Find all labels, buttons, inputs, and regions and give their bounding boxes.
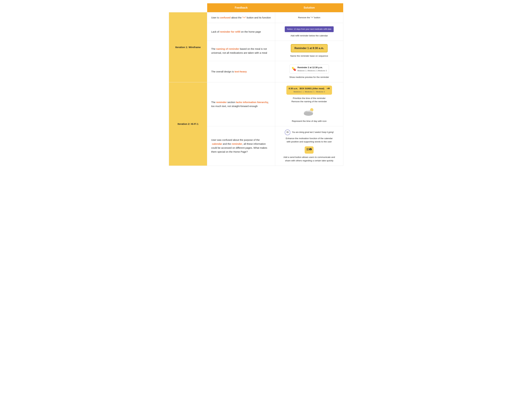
iteration2-label: Iteration 2: Hi-Fi 1 [169,82,207,166]
reminder-card-meds: Medicine 1 | Medicine 2 | Medicine 3 [297,69,327,72]
header-empty [169,3,207,12]
send-icon [305,146,314,154]
streak-badge: 15 [285,130,290,135]
reminder-yellow-box: Reminder 1 at 8:30 a.m. [291,44,328,52]
cloud-icon-section: Represent the time of day with icon [279,106,339,123]
sol-caption-naming: Name the reminder base on sequence [279,54,339,58]
sol-caption-motivation: Enhance the motivation function of the c… [279,137,339,143]
reminder-card: 💊 Reminder 2 at 12:30 p.m. Medicine 1 | … [290,64,329,74]
solution-textheavy: 💊 Reminder 2 at 12:30 p.m. Medicine 1 | … [275,61,343,82]
highlight-textheavy: text-heavy [234,70,247,73]
hifi-meds: Medicine 1 | Medicine 2 | Medicine 3 [289,90,330,93]
highlight-calendar: calendar [212,142,222,145]
motivation-card-section: 15 You are doing great last 2 weeks! Kee… [279,130,339,143]
cloud-icon-wrap [279,106,339,118]
reminder-card-text: Reminder 2 at 12:30 p.m. Medicine 1 | Me… [297,66,327,72]
sol-caption-cloud: Represent the time of day with icon [279,120,339,123]
solution-calendar: 15 You are doing great last 2 weeks! Kee… [275,126,343,166]
hifi-card-content: 8:30 a.m. BOX SUN01 (After meal) ≡✉ Medi… [289,87,330,93]
feedback-calendar: User was confused about the purpose of t… [207,126,275,166]
feedback-header: Feedback [207,3,275,12]
solution-header: Solution [275,3,343,12]
feedback-hierarchy: The reminder section lacks information h… [207,82,275,126]
text-newline: and the [222,142,232,145]
svg-rect-4 [307,148,309,149]
sol-caption-textheavy: Show medicine preview for the reminder [279,75,339,79]
feedback-textheavy: The overall design is text-heavy [207,61,275,82]
iter1-row1: Iteration 1: Wireframe User is confused … [169,12,343,23]
solution-naming: Reminder 1 at 8:30 a.m. Name the reminde… [275,41,343,61]
feedback-refill: Lack of reminder for refill on the home … [207,23,275,41]
text-suffix: on the home page [240,30,261,33]
hifi-reminder-card: 8:30 a.m. BOX SUN01 (After meal) ≡✉ Medi… [286,86,332,95]
svg-rect-6 [307,150,309,150]
feedback-naming: The naming of reminder based on the meal… [207,41,275,61]
reminder-card-title: Reminder 2 at 12:30 p.m. [297,66,327,69]
send-button-section: Add a send button allows users to commun… [279,146,339,162]
sol-caption-refill: Add refill reminder below the calendar [279,34,339,37]
text-prefix: Lack of [211,30,220,33]
sol-caption-hierarchy: Prioritize the time of the reminderRemov… [279,97,339,103]
solution-notice-section: Notice: 12 days from your next medicatin… [279,26,339,37]
svg-rect-5 [307,149,309,150]
feedback-confused: User is confused about the "+" button an… [207,12,275,23]
text-mid: section [227,101,236,104]
sol-caption-send: Add a send button allows users to commun… [279,156,339,162]
hifi-time: 8:30 a.m. BOX SUN01 (After meal) ≡✉ [289,87,330,90]
solution-refill: Notice: 12 days from your next medicatin… [275,23,343,41]
motivation-text: You are doing great last 2 weeks! Keep i… [292,131,334,134]
motivation-card: 15 You are doing great last 2 weeks! Kee… [285,130,334,135]
highlight-refill: reminder for refill [220,30,240,33]
sol-text: Remove the "+" button [298,16,320,19]
text-prefix: User is [211,16,219,19]
iter2-row1: Iteration 2: Hi-Fi 1 The reminder sectio… [169,82,343,126]
highlight-confused: confused [219,16,231,19]
cloud-sun-icon [302,106,316,117]
svg-point-3 [304,112,313,116]
page-wrapper: Feedback Solution Iteration 1: Wireframe… [166,0,347,169]
solution-reminder-card-section: 💊 Reminder 2 at 12:30 p.m. Medicine 1 | … [279,64,339,79]
text-prefix: The [211,101,216,104]
text-prefix: The overall design is [211,70,234,73]
highlight-naming: naming of reminder [216,47,239,50]
text-suffix: about the "+" button and its function [231,16,271,19]
pill-icon: 💊 [292,66,296,72]
highlight-reminder1: reminder [216,101,227,104]
solution-reminder-yellow-section: Reminder 1 at 8:30 a.m. Name the reminde… [279,44,339,58]
hifi-card-section: 8:30 a.m. BOX SUN01 (After meal) ≡✉ Medi… [279,86,339,103]
solution-hierarchy: 8:30 a.m. BOX SUN01 (After meal) ≡✉ Medi… [275,82,343,126]
send-icon-svg [307,148,312,152]
header-row: Feedback Solution [169,3,343,12]
solution-remove-plus: Remove the "+" button [275,12,343,23]
notice-badge: Notice: 12 days from your next medicatin… [285,26,334,32]
iteration1-label: Iteration 1: Wireframe [169,12,207,82]
main-table: Feedback Solution Iteration 1: Wireframe… [169,3,343,166]
highlight-reminder2: reminder [232,142,242,145]
highlight-hierarchy: lacks information hierarchy [236,101,268,104]
text-prefix: The [211,47,216,50]
